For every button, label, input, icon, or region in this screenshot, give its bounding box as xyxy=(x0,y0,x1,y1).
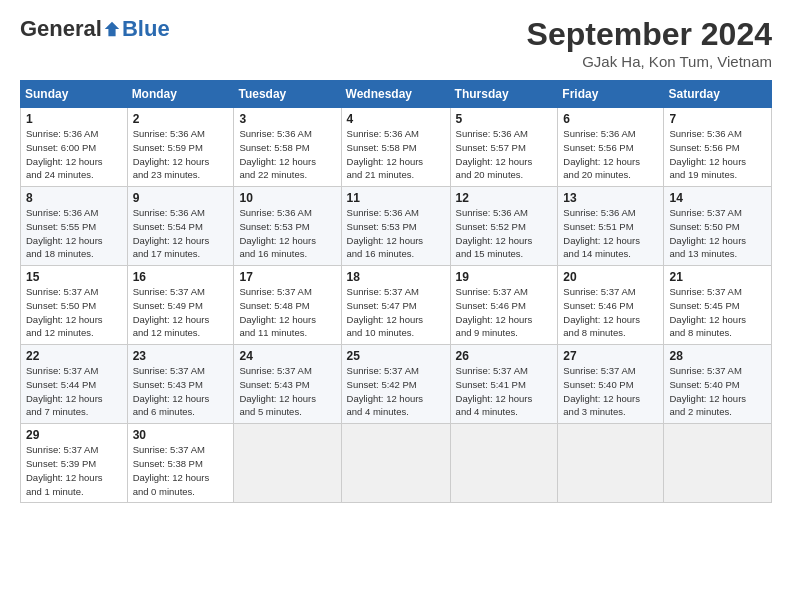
month-title: September 2024 xyxy=(527,16,772,53)
day-cell: 8Sunrise: 5:36 AM Sunset: 5:55 PM Daylig… xyxy=(21,187,128,266)
day-info: Sunrise: 5:37 AM Sunset: 5:44 PM Dayligh… xyxy=(26,364,122,419)
day-info: Sunrise: 5:36 AM Sunset: 5:55 PM Dayligh… xyxy=(26,206,122,261)
day-number: 8 xyxy=(26,191,122,205)
day-info: Sunrise: 5:37 AM Sunset: 5:40 PM Dayligh… xyxy=(563,364,658,419)
day-number: 4 xyxy=(347,112,445,126)
day-cell: 18Sunrise: 5:37 AM Sunset: 5:47 PM Dayli… xyxy=(341,266,450,345)
day-info: Sunrise: 5:37 AM Sunset: 5:42 PM Dayligh… xyxy=(347,364,445,419)
day-cell xyxy=(558,424,664,503)
day-number: 2 xyxy=(133,112,229,126)
day-number: 26 xyxy=(456,349,553,363)
col-monday: Monday xyxy=(127,81,234,108)
day-cell xyxy=(234,424,341,503)
day-info: Sunrise: 5:36 AM Sunset: 5:51 PM Dayligh… xyxy=(563,206,658,261)
day-number: 13 xyxy=(563,191,658,205)
day-cell: 1Sunrise: 5:36 AM Sunset: 6:00 PM Daylig… xyxy=(21,108,128,187)
day-cell: 15Sunrise: 5:37 AM Sunset: 5:50 PM Dayli… xyxy=(21,266,128,345)
day-number: 29 xyxy=(26,428,122,442)
day-cell: 7Sunrise: 5:36 AM Sunset: 5:56 PM Daylig… xyxy=(664,108,772,187)
day-cell: 11Sunrise: 5:36 AM Sunset: 5:53 PM Dayli… xyxy=(341,187,450,266)
day-info: Sunrise: 5:37 AM Sunset: 5:46 PM Dayligh… xyxy=(563,285,658,340)
day-info: Sunrise: 5:37 AM Sunset: 5:45 PM Dayligh… xyxy=(669,285,766,340)
header-row: SundayMondayTuesdayWednesdayThursdayFrid… xyxy=(21,81,772,108)
day-info: Sunrise: 5:36 AM Sunset: 5:54 PM Dayligh… xyxy=(133,206,229,261)
day-cell: 22Sunrise: 5:37 AM Sunset: 5:44 PM Dayli… xyxy=(21,345,128,424)
day-cell: 3Sunrise: 5:36 AM Sunset: 5:58 PM Daylig… xyxy=(234,108,341,187)
col-thursday: Thursday xyxy=(450,81,558,108)
week-row-5: 29Sunrise: 5:37 AM Sunset: 5:39 PM Dayli… xyxy=(21,424,772,503)
col-sunday: Sunday xyxy=(21,81,128,108)
col-friday: Friday xyxy=(558,81,664,108)
logo: General Blue xyxy=(20,16,170,42)
day-info: Sunrise: 5:37 AM Sunset: 5:49 PM Dayligh… xyxy=(133,285,229,340)
day-number: 22 xyxy=(26,349,122,363)
day-info: Sunrise: 5:37 AM Sunset: 5:39 PM Dayligh… xyxy=(26,443,122,498)
day-info: Sunrise: 5:36 AM Sunset: 5:56 PM Dayligh… xyxy=(563,127,658,182)
day-info: Sunrise: 5:37 AM Sunset: 5:50 PM Dayligh… xyxy=(669,206,766,261)
day-info: Sunrise: 5:37 AM Sunset: 5:47 PM Dayligh… xyxy=(347,285,445,340)
day-number: 18 xyxy=(347,270,445,284)
day-number: 21 xyxy=(669,270,766,284)
day-number: 1 xyxy=(26,112,122,126)
col-wednesday: Wednesday xyxy=(341,81,450,108)
col-tuesday: Tuesday xyxy=(234,81,341,108)
day-number: 25 xyxy=(347,349,445,363)
day-cell: 17Sunrise: 5:37 AM Sunset: 5:48 PM Dayli… xyxy=(234,266,341,345)
day-number: 15 xyxy=(26,270,122,284)
day-info: Sunrise: 5:36 AM Sunset: 6:00 PM Dayligh… xyxy=(26,127,122,182)
day-cell: 19Sunrise: 5:37 AM Sunset: 5:46 PM Dayli… xyxy=(450,266,558,345)
day-info: Sunrise: 5:36 AM Sunset: 5:57 PM Dayligh… xyxy=(456,127,553,182)
day-cell: 28Sunrise: 5:37 AM Sunset: 5:40 PM Dayli… xyxy=(664,345,772,424)
day-info: Sunrise: 5:36 AM Sunset: 5:59 PM Dayligh… xyxy=(133,127,229,182)
week-row-3: 15Sunrise: 5:37 AM Sunset: 5:50 PM Dayli… xyxy=(21,266,772,345)
day-info: Sunrise: 5:37 AM Sunset: 5:43 PM Dayligh… xyxy=(239,364,335,419)
day-cell: 16Sunrise: 5:37 AM Sunset: 5:49 PM Dayli… xyxy=(127,266,234,345)
day-number: 23 xyxy=(133,349,229,363)
day-number: 12 xyxy=(456,191,553,205)
day-cell: 23Sunrise: 5:37 AM Sunset: 5:43 PM Dayli… xyxy=(127,345,234,424)
day-number: 3 xyxy=(239,112,335,126)
day-cell: 27Sunrise: 5:37 AM Sunset: 5:40 PM Dayli… xyxy=(558,345,664,424)
day-number: 6 xyxy=(563,112,658,126)
day-cell: 21Sunrise: 5:37 AM Sunset: 5:45 PM Dayli… xyxy=(664,266,772,345)
day-cell: 4Sunrise: 5:36 AM Sunset: 5:58 PM Daylig… xyxy=(341,108,450,187)
day-cell: 24Sunrise: 5:37 AM Sunset: 5:43 PM Dayli… xyxy=(234,345,341,424)
logo-general: General xyxy=(20,16,102,42)
calendar-table: SundayMondayTuesdayWednesdayThursdayFrid… xyxy=(20,80,772,503)
day-cell: 10Sunrise: 5:36 AM Sunset: 5:53 PM Dayli… xyxy=(234,187,341,266)
day-cell: 14Sunrise: 5:37 AM Sunset: 5:50 PM Dayli… xyxy=(664,187,772,266)
week-row-1: 1Sunrise: 5:36 AM Sunset: 6:00 PM Daylig… xyxy=(21,108,772,187)
day-info: Sunrise: 5:36 AM Sunset: 5:53 PM Dayligh… xyxy=(347,206,445,261)
day-number: 9 xyxy=(133,191,229,205)
day-number: 16 xyxy=(133,270,229,284)
col-saturday: Saturday xyxy=(664,81,772,108)
day-cell xyxy=(450,424,558,503)
svg-marker-0 xyxy=(105,22,119,36)
header: General Blue September 2024 GJak Ha, Kon… xyxy=(20,16,772,70)
day-cell: 26Sunrise: 5:37 AM Sunset: 5:41 PM Dayli… xyxy=(450,345,558,424)
day-number: 20 xyxy=(563,270,658,284)
page: General Blue September 2024 GJak Ha, Kon… xyxy=(0,0,792,612)
day-info: Sunrise: 5:36 AM Sunset: 5:58 PM Dayligh… xyxy=(239,127,335,182)
day-info: Sunrise: 5:36 AM Sunset: 5:58 PM Dayligh… xyxy=(347,127,445,182)
day-number: 11 xyxy=(347,191,445,205)
day-cell: 25Sunrise: 5:37 AM Sunset: 5:42 PM Dayli… xyxy=(341,345,450,424)
day-number: 17 xyxy=(239,270,335,284)
day-number: 19 xyxy=(456,270,553,284)
day-cell: 12Sunrise: 5:36 AM Sunset: 5:52 PM Dayli… xyxy=(450,187,558,266)
day-cell: 29Sunrise: 5:37 AM Sunset: 5:39 PM Dayli… xyxy=(21,424,128,503)
week-row-4: 22Sunrise: 5:37 AM Sunset: 5:44 PM Dayli… xyxy=(21,345,772,424)
day-info: Sunrise: 5:36 AM Sunset: 5:53 PM Dayligh… xyxy=(239,206,335,261)
day-info: Sunrise: 5:37 AM Sunset: 5:38 PM Dayligh… xyxy=(133,443,229,498)
logo-blue: Blue xyxy=(122,16,170,42)
day-number: 28 xyxy=(669,349,766,363)
day-cell xyxy=(664,424,772,503)
day-info: Sunrise: 5:37 AM Sunset: 5:48 PM Dayligh… xyxy=(239,285,335,340)
day-info: Sunrise: 5:37 AM Sunset: 5:41 PM Dayligh… xyxy=(456,364,553,419)
day-cell: 30Sunrise: 5:37 AM Sunset: 5:38 PM Dayli… xyxy=(127,424,234,503)
day-number: 7 xyxy=(669,112,766,126)
day-cell: 2Sunrise: 5:36 AM Sunset: 5:59 PM Daylig… xyxy=(127,108,234,187)
day-number: 27 xyxy=(563,349,658,363)
day-number: 5 xyxy=(456,112,553,126)
day-number: 14 xyxy=(669,191,766,205)
